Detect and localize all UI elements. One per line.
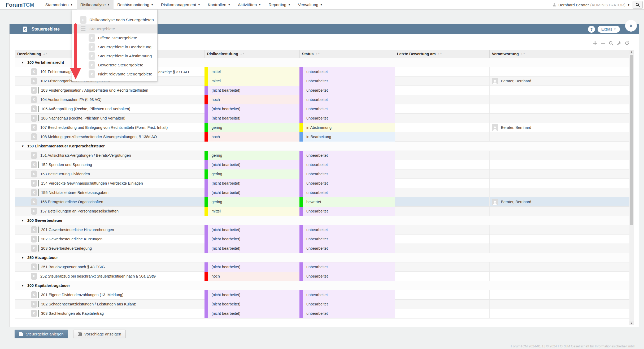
column-header-verantwortung[interactable]: Verantwortung▲▼ xyxy=(489,50,630,58)
nav-item-aktivit-ten[interactable]: Aktivitäten▼ xyxy=(234,0,265,10)
bezeichnung-cell: €108 Meldung grenzüberschreitender Steue… xyxy=(15,132,204,141)
table-row[interactable]: €156 Ertragsteuerliche Organschaftengeri… xyxy=(15,197,630,207)
verantwortung-cell xyxy=(489,235,630,244)
table-row[interactable]: €107 Bescheidprüfung und Einlegung von R… xyxy=(15,123,630,132)
risk-cell: gering xyxy=(204,169,299,178)
menu-item-offene-steuergebiete[interactable]: €Offene Steuergebiete xyxy=(72,33,157,42)
refresh-icon[interactable] xyxy=(624,41,629,46)
risk-cell: gering xyxy=(204,197,299,206)
status-color-chip xyxy=(299,76,303,86)
risk-color-chip xyxy=(204,86,208,95)
vertical-scrollbar[interactable]: ▲ ▼ xyxy=(629,50,634,325)
table-row[interactable]: €106 Nachschau (Rechte, Pflichten und Ve… xyxy=(15,114,630,123)
collapse-triangle-icon[interactable]: ▼ xyxy=(21,144,24,148)
menu-item-bewertete-steuergebiete[interactable]: €Bewertete Steuergebiete xyxy=(72,61,157,70)
nav-item-reporting[interactable]: Reporting▼ xyxy=(265,0,294,10)
row-label: 152 Spenden und Sponsoring xyxy=(41,163,92,167)
scrollbar-thumb[interactable] xyxy=(630,55,633,225)
collapse-triangle-icon[interactable]: ▼ xyxy=(21,219,24,222)
table-row[interactable]: €152 Spenden und Sponsoring(nicht bearbe… xyxy=(15,160,630,169)
menu-item-label: Steuergebiete in Bearbeitung xyxy=(98,45,151,49)
column-header-label: Verantwortung xyxy=(492,52,519,56)
table-row[interactable]: €303 Sachleistungen als Kapitalertrag(ni… xyxy=(15,309,630,318)
table-row[interactable]: €202 Gewerbesteuerliche Kürzungen(nicht … xyxy=(15,235,630,244)
steuergebiete-table: Bezeichnung▲▼Risikoeinstufung▲▼Status▲▼L… xyxy=(15,50,630,318)
status-label: unbearbeitet xyxy=(303,95,395,104)
column-header-letzte-bewertung-am[interactable]: Letzte Bewertung am▲▼ xyxy=(395,50,490,58)
status-color-chip xyxy=(299,151,303,160)
nav-item-verwaltung[interactable]: Verwaltung▼ xyxy=(294,0,327,10)
column-header-risikoeinstufung[interactable]: Risikoeinstufung▲▼ xyxy=(204,50,299,58)
extras-button[interactable]: Extras▼ xyxy=(598,26,620,33)
table-row[interactable]: €105 Außenprüfung (Rechte, Pflichten und… xyxy=(15,104,630,114)
status-label: unbearbeitet xyxy=(303,160,395,169)
zoom-out-icon[interactable] xyxy=(601,41,606,46)
search-icon[interactable] xyxy=(608,41,613,46)
close-panel-button[interactable]: × xyxy=(625,20,637,32)
global-search-button[interactable] xyxy=(633,1,643,9)
group-row[interactable]: ▼150 Einkommensteuer Körperschaftsteuer xyxy=(15,142,630,151)
table-row[interactable]: €104 Auskunftersuchen FA (§ 93 AO)hochun… xyxy=(15,95,630,104)
status-cell: unbearbeitet xyxy=(299,169,395,178)
table-row[interactable]: €155 Nichtabziehbare Betriebsausgaben(ni… xyxy=(15,188,630,197)
table-row[interactable]: €108 Meldung grenzüberschreitender Steue… xyxy=(15,132,630,142)
collapse-triangle-icon[interactable]: ▼ xyxy=(21,61,24,64)
verantwortung-cell xyxy=(489,272,630,281)
scroll-up-arrow-icon[interactable]: ▲ xyxy=(629,50,634,54)
show-suggestions-button[interactable]: Vorschläge anzeigen xyxy=(73,330,126,338)
bezeichnung-cell: €105 Außenprüfung (Rechte, Pflichten und… xyxy=(15,104,204,113)
row-label: 101 Fehlermanage xyxy=(40,70,73,74)
help-button[interactable]: ? xyxy=(588,26,595,33)
table-row[interactable]: €201 Gewerbesteuerliche Hinzurechnungen(… xyxy=(15,225,630,235)
nav-item-risikomanagement[interactable]: Risikomanagement▼ xyxy=(157,0,204,10)
table-row[interactable]: €154 Verdeckte Gewinnausschüttungen / ve… xyxy=(15,179,630,188)
collapse-triangle-icon[interactable]: ▼ xyxy=(21,256,24,259)
tax-document-icon: € xyxy=(31,87,37,94)
status-color-chip xyxy=(299,197,303,207)
main-menu: Stammdaten▼Risikoanalyse▼Rechtsmonitorin… xyxy=(42,0,326,10)
chevron-down-icon: ▼ xyxy=(107,3,110,6)
menu-item-steuergebiete-in-abstimmung[interactable]: €Steuergebiete in Abstimmung xyxy=(72,52,157,61)
group-row[interactable]: ▼300 Kapitalertragsteuer xyxy=(15,281,630,290)
group-row[interactable]: ▼250 Abzugsteuer xyxy=(15,253,630,262)
table-row[interactable]: €151 Aufsichtsrats-Vergütungen / Beirats… xyxy=(15,151,630,160)
risk-color-chip xyxy=(204,262,208,272)
table-row[interactable]: €153 Besteuerung Dividendengeringunbearb… xyxy=(15,169,630,179)
scroll-down-arrow-icon[interactable]: ▼ xyxy=(629,321,634,325)
menu-item-risikoanalyse-nach-steuergebieten[interactable]: €Risikoanalyse nach Steuergebieten xyxy=(72,15,157,24)
user-menu[interactable]: Bernhard Berater (ADMINISTRATOR) ▼ xyxy=(552,3,633,7)
nav-item-rechtsmonitoring[interactable]: Rechtsmonitoring▼ xyxy=(114,0,157,10)
tax-document-icon: € xyxy=(31,226,37,233)
table-row[interactable]: €251 Bauabzugsteuer nach § 48 EStG(nicht… xyxy=(15,262,630,272)
letzte-bewertung-cell xyxy=(395,123,490,132)
wrench-icon[interactable] xyxy=(616,41,621,46)
sort-arrows-icon: ▲▼ xyxy=(521,53,525,55)
collapse-triangle-icon[interactable]: ▼ xyxy=(21,284,24,287)
verantwortung-cell xyxy=(489,160,630,169)
table-row[interactable]: €302 Schadensersatzleistungen / Leistung… xyxy=(15,300,630,309)
create-steuergebiet-button[interactable]: Steuergebiet anlegen xyxy=(15,330,68,338)
nav-item-kontrollen[interactable]: Kontrollen▼ xyxy=(204,0,234,10)
group-row[interactable]: ▼200 Gewerbesteuer xyxy=(15,216,630,225)
risk-cell: hoch xyxy=(204,272,299,281)
risk-cell: gering xyxy=(204,123,299,132)
nav-item-stammdaten[interactable]: Stammdaten▼ xyxy=(42,0,77,10)
table-row[interactable]: €203 Gewerbesteuerzerlegung(nicht bearbe… xyxy=(15,244,630,253)
risk-color-chip xyxy=(204,114,208,123)
column-header-status[interactable]: Status▲▼ xyxy=(299,50,395,58)
nav-item-risikoanalyse[interactable]: Risikoanalyse▼ xyxy=(77,0,114,10)
table-row[interactable]: €103 Fristenorganisation / Abgabefristen… xyxy=(15,86,630,95)
verantwortung-cell: Berater, Bernhard xyxy=(489,197,630,206)
menu-item-steuergebiete-in-bearbeitung[interactable]: €Steuergebiete in Bearbeitung xyxy=(72,42,157,52)
status-color-chip xyxy=(299,114,303,123)
unprocessed-marker xyxy=(38,245,39,252)
verantwortung-cell xyxy=(489,179,630,188)
zoom-in-icon[interactable] xyxy=(593,41,598,46)
table-row[interactable]: €157 Beteiligungen an Personengesellscha… xyxy=(15,207,630,216)
unprocessed-marker xyxy=(38,301,39,307)
bezeichnung-cell: €203 Gewerbesteuerzerlegung xyxy=(15,244,204,253)
menu-item-nicht-relevante-steuergebiete[interactable]: €Nicht relevante Steuergebiete xyxy=(72,70,157,79)
table-row[interactable]: €252 Steuerabzug bei beschränkt Steuerpf… xyxy=(15,272,630,281)
menu-item-steuergebiete[interactable]: ☰Steuergebiete xyxy=(72,24,157,33)
table-row[interactable]: €301 Eigene Dividendenzahlungen (13. Mel… xyxy=(15,290,630,300)
